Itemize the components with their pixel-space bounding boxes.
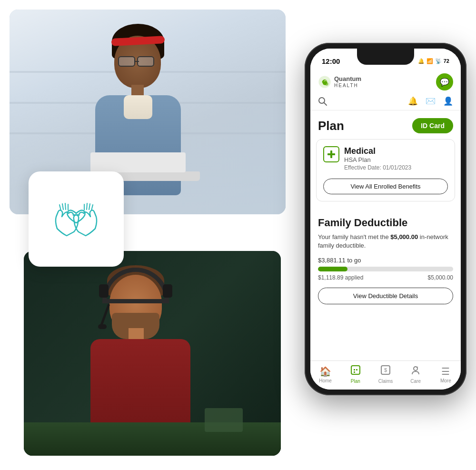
care-icon bbox=[410, 365, 421, 378]
svg-rect-14 bbox=[351, 366, 360, 374]
logo-health: HEALTH bbox=[334, 83, 361, 88]
chat-icon: 💬 bbox=[440, 78, 449, 87]
id-card-button[interactable]: ID Card bbox=[412, 118, 453, 133]
svg-rect-15 bbox=[354, 369, 355, 370]
mail-icon[interactable]: ✉️ bbox=[426, 96, 436, 106]
medical-header: Medical HSA Plan Effective Date: 01/01/2… bbox=[323, 146, 448, 171]
logo-text: Quantum HEALTH bbox=[334, 76, 361, 88]
svg-line-5 bbox=[89, 204, 90, 210]
bell-icon[interactable]: 🔔 bbox=[408, 96, 418, 106]
view-deductible-button[interactable]: View Deductible Details bbox=[318, 288, 453, 304]
applied-label: $1,118.89 applied bbox=[318, 274, 363, 281]
notification-icon: 🔔 bbox=[418, 58, 425, 64]
app-header: Quantum HEALTH 💬 bbox=[310, 70, 461, 92]
status-icons: 🔔 📶 📡 72 bbox=[418, 58, 449, 64]
cross-icon bbox=[327, 150, 336, 159]
app-content: Plan ID Card bbox=[310, 110, 461, 360]
medical-subtitle: HSA Plan bbox=[344, 156, 411, 163]
search-icon[interactable] bbox=[318, 97, 327, 106]
svg-point-9 bbox=[325, 82, 328, 86]
effective-date: Effective Date: 01/01/2023 bbox=[344, 164, 411, 171]
logo-area: Quantum HEALTH bbox=[318, 75, 361, 89]
nav-care[interactable]: Care bbox=[404, 365, 427, 384]
profile-icon[interactable]: 👤 bbox=[443, 96, 453, 106]
svg-line-6 bbox=[87, 203, 87, 210]
signal-icon: 📶 bbox=[426, 58, 433, 64]
battery-value: 72 bbox=[444, 58, 449, 64]
home-icon: 🏠 bbox=[319, 366, 331, 377]
deductible-amount-bold: $5,000.00 bbox=[390, 233, 418, 240]
claims-label: Claims bbox=[378, 379, 393, 384]
claims-icon: $ bbox=[380, 365, 391, 378]
man-photo bbox=[24, 251, 281, 456]
svg-rect-13 bbox=[327, 153, 335, 155]
plan-label: Plan bbox=[351, 379, 360, 384]
deductible-desc-prefix: Your family hasn't met the bbox=[318, 233, 390, 240]
status-time: 12:00 bbox=[322, 57, 340, 65]
deductible-section: Family Deductible Your family hasn't met… bbox=[310, 209, 461, 312]
nav-plan[interactable]: Plan bbox=[344, 365, 367, 384]
svg-rect-17 bbox=[354, 371, 355, 373]
svg-rect-16 bbox=[356, 369, 357, 370]
more-label: More bbox=[440, 378, 451, 383]
medical-info: Medical HSA Plan Effective Date: 01/01/2… bbox=[344, 146, 411, 171]
phone-screen-area: 12:00 🔔 📶 📡 72 bbox=[310, 49, 461, 390]
plan-title: Plan bbox=[318, 119, 344, 133]
nav-home[interactable]: 🏠 Home bbox=[314, 366, 337, 383]
svg-line-2 bbox=[65, 203, 66, 210]
progress-bar-background bbox=[318, 267, 453, 271]
phone-mockup: 12:00 🔔 📶 📡 72 bbox=[305, 43, 466, 395]
more-icon: ☰ bbox=[441, 366, 450, 377]
care-label: Care bbox=[410, 379, 421, 384]
view-benefits-button[interactable]: View All Enrolled Benefits bbox=[323, 179, 448, 194]
phone-notch bbox=[357, 49, 414, 65]
hands-heart-card bbox=[29, 171, 124, 267]
home-label: Home bbox=[319, 378, 332, 383]
svg-line-11 bbox=[324, 103, 327, 105]
bottom-navigation: 🏠 Home Plan bbox=[310, 360, 461, 390]
header-icons: 🔔 ✉️ 👤 bbox=[408, 96, 453, 106]
chat-button[interactable]: 💬 bbox=[436, 73, 453, 90]
svg-line-1 bbox=[62, 204, 63, 210]
phone-frame: 12:00 🔔 📶 📡 72 bbox=[305, 43, 466, 395]
nav-more[interactable]: ☰ More bbox=[434, 366, 457, 383]
medical-card: Medical HSA Plan Effective Date: 01/01/2… bbox=[316, 139, 455, 201]
amount-to-go: $3,881.11 to go bbox=[318, 257, 453, 264]
medical-title: Medical bbox=[344, 146, 411, 156]
app-screen: 12:00 🔔 📶 📡 72 bbox=[310, 49, 461, 390]
nav-claims[interactable]: $ Claims bbox=[374, 365, 397, 384]
max-label: $5,000.00 bbox=[428, 274, 453, 281]
medical-icon bbox=[323, 146, 339, 162]
search-bar: 🔔 ✉️ 👤 bbox=[310, 92, 461, 110]
deductible-description: Your family hasn't met the $5,000.00 in-… bbox=[318, 233, 453, 250]
search-svg bbox=[318, 97, 327, 106]
quantum-logo-icon bbox=[318, 75, 331, 89]
deductible-title: Family Deductible bbox=[318, 217, 453, 229]
svg-text:$: $ bbox=[384, 367, 387, 373]
svg-point-10 bbox=[319, 98, 325, 103]
logo-quantum: Quantum bbox=[334, 76, 361, 82]
plan-icon bbox=[350, 365, 361, 378]
plan-header: Plan ID Card bbox=[310, 110, 461, 139]
hands-heart-icon bbox=[48, 190, 105, 248]
wifi-icon: 📡 bbox=[435, 58, 442, 64]
progress-labels: $1,118.89 applied $5,000.00 bbox=[318, 274, 453, 281]
progress-bar-fill bbox=[318, 267, 347, 271]
